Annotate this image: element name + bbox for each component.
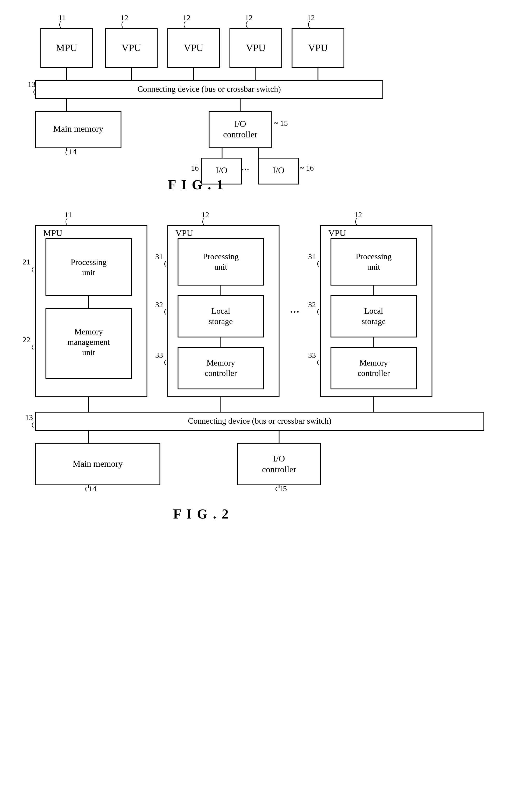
vpu1-ls-label1: Local: [211, 306, 230, 316]
fig2-ref13-label: 13: [25, 413, 33, 422]
vpu2-pu-box: [331, 239, 416, 285]
vpu1-ls-label2: storage: [209, 317, 232, 326]
fig2-ref12a-label: 12: [201, 210, 209, 219]
fig2-io-controller-box: [238, 443, 321, 485]
ref22-label: 22: [22, 335, 30, 344]
vpu1-mc-label2: controller: [205, 368, 237, 378]
vpu1-pu-label1: Processing: [203, 252, 239, 261]
vpu2-pu-label2: unit: [367, 262, 380, 272]
ref15-label: ~ 15: [274, 119, 288, 127]
fig2-main-memory-label: Main memory: [73, 459, 123, 468]
io1-label: I/O: [215, 165, 227, 175]
ref16b-label: ~ 16: [300, 164, 314, 172]
vpu1-ls-box: [178, 296, 264, 337]
fig2-ref11-label: 11: [64, 210, 72, 219]
ref32a-label: 32: [155, 300, 163, 309]
vpu2-ls-box: [331, 296, 416, 337]
io-controller-label1: I/O: [234, 119, 246, 129]
fig2-dots: ···: [290, 304, 300, 319]
vpu1-pu-box: [178, 239, 264, 285]
mmu-label2: management: [68, 337, 110, 347]
mpu-outer-label: MPU: [43, 228, 62, 238]
vpu1-outer-label: VPU: [175, 228, 193, 238]
vpu4-label: VPU: [308, 42, 327, 53]
vpu1-pu-label2: unit: [214, 262, 227, 272]
vpu2-outer-label: VPU: [328, 228, 346, 238]
ref11-bracket: [60, 21, 61, 28]
fig2-ref14-label: 14: [89, 484, 96, 493]
ref32b-label: 32: [308, 300, 316, 309]
mpu-pu-label2: unit: [82, 268, 95, 277]
vpu2-mc-box: [331, 348, 416, 389]
fig2-ref15-label: 15: [279, 484, 287, 493]
vpu2-pu-label1: Processing: [356, 252, 392, 261]
ref21-label: 21: [22, 257, 30, 266]
ref14-label: 14: [69, 147, 76, 156]
io-controller-label2: controller: [223, 130, 257, 139]
ref14-bracket: [65, 150, 68, 155]
fig2-ref12b-label: 12: [354, 210, 362, 219]
vpu1-mc-box: [178, 348, 264, 389]
io2-label: I/O: [272, 165, 284, 175]
fig2-diagram: 11 12 12 MPU 21 Processing unit 22 Memor…: [20, 207, 512, 557]
vpu2-ls-label2: storage: [361, 317, 385, 326]
mpu-label: MPU: [56, 42, 77, 53]
fig1-diagram: 11 12 12 12 12 MPU VPU VPU VPU VPU: [20, 11, 512, 192]
fig2-io-ctrl-label1: I/O: [273, 454, 285, 463]
ref11-label: 11: [58, 13, 66, 22]
ref13-bracket: [34, 90, 35, 95]
mmu-label3: unit: [82, 348, 95, 357]
mpu-pu-label1: Processing: [71, 257, 107, 267]
fig2-title: F I G . 2: [173, 506, 230, 521]
fig2-io-ctrl-label2: controller: [262, 465, 296, 474]
ref31b-label: 31: [308, 252, 316, 261]
vpu2-mc-label1: Memory: [359, 358, 388, 367]
ref12a-label: 12: [120, 13, 128, 22]
mpu-pu-box: [46, 239, 131, 296]
fig2-bus-label: Connecting device (bus or crossbar switc…: [188, 416, 331, 425]
main-memory-label: Main memory: [53, 124, 103, 133]
fig1-title: F I G . 1: [168, 177, 224, 192]
ref33b-label: 33: [308, 351, 316, 359]
vpu1-mc-label1: Memory: [206, 358, 235, 367]
vpu3-label: VPU: [246, 42, 265, 53]
mmu-label1: Memory: [74, 327, 102, 336]
ref31a-label: 31: [155, 252, 163, 261]
ref12b-label: 12: [183, 13, 190, 22]
bus-label: Connecting device (bus or crossbar switc…: [137, 84, 281, 94]
vpu1-label: VPU: [121, 42, 141, 53]
ref12d-label: 12: [307, 13, 315, 22]
ref33a-label: 33: [155, 351, 163, 359]
vpu2-ls-label1: Local: [364, 306, 383, 316]
ref12c-label: 12: [245, 13, 253, 22]
dots-label: ···: [242, 164, 249, 175]
vpu2-label: VPU: [184, 42, 203, 53]
vpu2-mc-label2: controller: [357, 368, 390, 378]
ref13-label: 13: [28, 80, 36, 88]
